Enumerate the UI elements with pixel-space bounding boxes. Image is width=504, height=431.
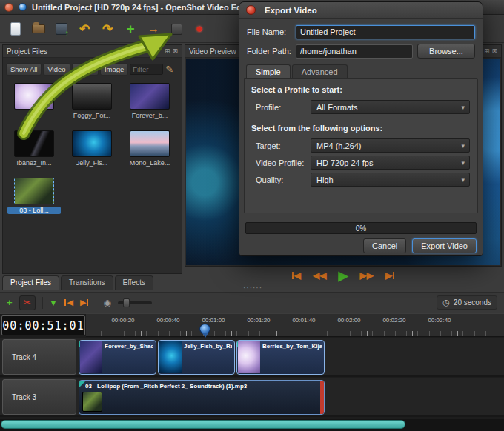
video-profile-row: Video Profile: HD 720p 24 fps [256,156,470,170]
choose-profile-button[interactable]: → [145,19,162,39]
clip-berries[interactable]: Berries_by_Tom_Kijas.j... [236,340,325,375]
media-item-jellyfish[interactable]: Jelly_Fis... [63,127,121,174]
snap-icon: ▼ [50,298,58,307]
media-item-foggy-forest[interactable]: Foggy_For... [63,79,121,127]
center-playhead-button[interactable]: ◉ [103,298,110,308]
tab-simple[interactable]: Simple [246,64,291,78]
timeline-scrollbar-thumb[interactable] [1,420,405,429]
browse-button[interactable]: Browse... [417,44,475,59]
app-icon [19,3,27,11]
razor-icon: ✂ [23,297,31,308]
jump-end-icon [393,272,394,279]
thumbnail-image [72,130,112,157]
window-title: Untitled Project [HD 720p 24 fps] - Open… [32,3,242,12]
filter-show-all-button[interactable]: Show All [6,63,42,76]
razor-tool-button[interactable]: ✂ [19,295,36,310]
track-4-label: Track 4 [2,339,76,375]
file-name-label: File Name: [247,27,296,36]
jump-end-button[interactable]: ▶ [385,270,395,281]
file-name-input[interactable] [296,25,475,39]
panel-float-icon[interactable]: ⊞ [165,47,170,55]
clip-thumbnail [80,341,102,373]
clip-thumbnail [159,341,182,373]
tab-effects[interactable]: Effects [115,275,153,290]
zoom-slider-handle[interactable] [123,298,130,307]
export-video-button[interactable]: ● [190,19,208,39]
profile-arrow-icon: → [147,22,159,36]
thumbnail-image [72,83,112,110]
fast-forward-button[interactable]: ▶▶ [360,270,374,281]
export-button[interactable]: Export Video [412,238,477,253]
save-project-button[interactable] [53,19,70,39]
panel-float-icon[interactable]: ⊞ [484,47,490,55]
fullscreen-button[interactable] [168,19,185,39]
target-dropdown[interactable]: MP4 (h.264) [311,138,470,153]
undo-button[interactable]: ↶ [76,19,93,39]
clip-forever[interactable]: Forever_by_Shady_S... [79,340,156,375]
timeline-scrollbar-track[interactable] [0,419,504,431]
zoom-slider[interactable] [118,301,152,304]
ruler-tick: 00:02:20 [377,317,412,324]
next-marker-icon: ▶ [80,298,86,307]
record-icon: ● [196,21,203,36]
redo-button[interactable]: ↷ [99,19,116,39]
zoom-level-control[interactable]: ◷ 20 seconds [437,295,497,310]
filter-video-button[interactable]: Video [43,63,70,76]
add-track-button[interactable]: + [7,297,13,308]
tab-advanced[interactable]: Advanced [292,64,348,78]
dock-tabs: Project Files Transitions Effects [2,275,153,290]
filter-image-button[interactable]: Image [100,63,128,76]
options-section-label: Select from the following options: [251,124,382,133]
filter-input[interactable] [130,64,163,75]
filter-audio-button[interactable]: Audio [72,63,99,76]
next-marker-button[interactable]: ▶ [80,298,89,307]
media-item-forever[interactable]: Forever_b... [121,79,179,127]
media-item-lollipop-selected[interactable]: 03 - Loll... [5,174,63,221]
clip-thumbnail [82,392,102,412]
folder-path-input[interactable] [296,44,413,59]
undo-icon: ↶ [79,21,90,37]
previous-marker-button[interactable]: ◀ [64,298,73,307]
media-filter-bar: Show All Video Audio Image ✎ [6,62,179,76]
play-button[interactable]: ▶ [338,268,348,284]
dialog-close-button[interactable] [246,5,256,15]
fullscreen-icon [171,24,182,35]
panel-close-icon[interactable]: ⊠ [172,47,178,55]
open-folder-icon [32,24,45,33]
cancel-button[interactable]: Cancel [363,238,406,253]
import-files-button[interactable]: + [122,19,139,39]
zoom-level-label: 20 seconds [454,298,491,307]
project-files-header: Project Files ⊞ ⊠ [3,45,182,58]
clip-jellyfish[interactable]: Jelly_Fish_by_RaDu_G... [158,340,235,375]
file-name-row: File Name: [247,24,475,39]
project-files-title: Project Files [7,47,47,56]
dialog-title-bar: Export Video [239,2,483,19]
clip-lollipop-audio[interactable]: 03 - Lollipop (From _Pitch Perfect 2_ So… [79,380,325,415]
timeline-ruler[interactable]: 00:00:20 00:00:40 00:01:00 00:01:20 00:0… [86,314,504,337]
media-item-mono-lake[interactable]: Mono_Lake... [121,127,179,174]
panel-close-icon[interactable]: ⊠ [491,47,497,55]
jump-start-button[interactable]: ◀ [291,270,301,281]
fast-forward-icon: ▶▶ [360,270,374,281]
video-profile-label: Video Profile: [256,158,311,167]
window-close-button[interactable] [4,3,13,12]
open-project-button[interactable] [30,19,47,39]
tab-project-files[interactable]: Project Files [2,275,59,290]
quality-dropdown[interactable]: High [311,173,470,187]
splitter-grip[interactable]: ······ [243,284,262,292]
toolbar-divider [42,297,43,309]
new-project-button[interactable] [7,19,24,39]
export-progress-bar: 0% [245,222,477,234]
playhead-line [205,335,205,418]
media-thumbnail-grid: Be... Foggy_For... Forever_b... Ibanez_I… [5,79,180,272]
playhead-handle[interactable] [199,324,210,334]
media-item-ibanez[interactable]: Ibanez_In... [5,127,63,174]
snapping-button[interactable]: ▼ [50,298,58,307]
folder-path-label: Folder Path: [247,47,296,56]
tab-transitions[interactable]: Transitions [61,275,113,290]
video-profile-dropdown[interactable]: HD 720p 24 fps [311,156,470,170]
media-item-berries[interactable]: Be... [5,79,63,127]
profile-dropdown[interactable]: All Formats [311,100,470,114]
rewind-button[interactable]: ◀◀ [313,270,326,281]
clear-filter-icon[interactable]: ✎ [165,64,173,75]
